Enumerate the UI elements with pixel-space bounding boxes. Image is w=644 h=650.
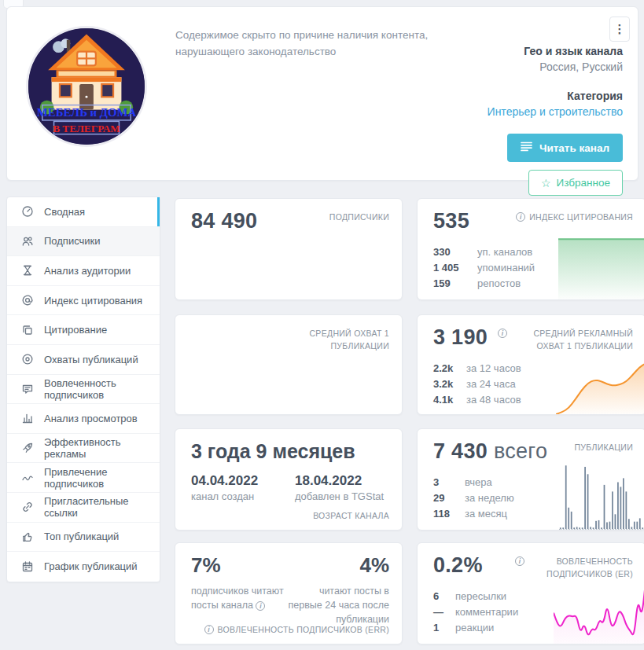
- feed-lines-icon: [521, 141, 532, 154]
- favorite-label: Избранное: [557, 177, 610, 189]
- er-stats: 6пересылки —комментарии 1реакции: [433, 589, 518, 636]
- card-err: 7% 4% подписчиков читают посты канала i …: [175, 542, 403, 644]
- sidebar-item-label: Привлечение подписчиков: [44, 466, 149, 490]
- sidebar-item-post-schedule[interactable]: График публикаций: [7, 552, 160, 582]
- avg-reach-card-label: СРЕДНИЙ ОХВАТ 1 ПУБЛИКАЦИИ: [287, 328, 389, 353]
- er-card-label: ВОВЛЕЧЕННОСТЬ ПОДПИСЧИКОВ (ER): [528, 556, 633, 581]
- sidebar-item-label: Подписчики: [44, 235, 101, 247]
- channel-header-card: МЕБЕЛЬ и ДОМА В ТЕЛЕГРАМ Содержимое скры…: [6, 6, 638, 181]
- favorite-button[interactable]: ☆ Избранное: [528, 170, 623, 196]
- channel-age-card-label: ВОЗРАСТ КАНАЛА: [313, 511, 389, 520]
- rocket-icon: [20, 442, 34, 455]
- copy-icon: [20, 323, 34, 336]
- sidebar-item-label: Вовлеченность подписчиков: [44, 377, 149, 401]
- category-label: Категория: [567, 88, 623, 104]
- sidebar-item-label: Охваты публикаций: [44, 354, 138, 365]
- err-card-label: ВОВЛЕЧЕННОСТЬ ПОДПИСЧИКОВ (ERR): [218, 625, 389, 634]
- citation-card-label: ИНДЕКС ЦИТИРОВАНИЯ: [529, 211, 633, 224]
- card-er: 0.2% i ВОВЛЕЧЕННОСТЬ ПОДПИСЧИКОВ (ER) 6п…: [417, 542, 644, 644]
- read-channel-button[interactable]: Читать канал: [507, 134, 623, 162]
- geo-label: Гео и язык канала: [524, 43, 623, 59]
- er-value: 0.2%: [433, 553, 483, 578]
- subscribers-value: 84 490: [191, 209, 257, 233]
- sidebar-item-citations[interactable]: Цитирование: [7, 315, 160, 345]
- read-channel-label: Читать канал: [539, 142, 609, 154]
- hourglass-icon: [20, 264, 34, 277]
- sidebar-item-invite-links[interactable]: Пригласительные ссылки: [7, 493, 160, 523]
- channel-added: 18.04.2022 добавлен в TGStat: [295, 472, 384, 502]
- sidebar-item-post-reach[interactable]: Охваты публикаций: [7, 345, 160, 375]
- avg-ad-reach-stats: 2.2kза 12 часов 3.2kза 24 часа 4.1kза 48…: [433, 361, 521, 408]
- card-subscribers: 84 490 ПОДПИСЧИКИ: [175, 198, 403, 300]
- card-channel-age: 3 года 9 месяцев 04.04.2022 канал создан…: [175, 428, 403, 531]
- publications-card-label: ПУБЛИКАЦИИ: [574, 442, 633, 454]
- channel-created: 04.04.2022 канал создан: [191, 472, 258, 502]
- err-24h-percent: 4%: [359, 553, 389, 578]
- sidebar-item-label: Анализ аудитории: [44, 265, 131, 277]
- users-icon: [20, 234, 34, 248]
- star-icon: ☆: [541, 178, 551, 189]
- sidebar-item-label: График публикаций: [44, 560, 138, 572]
- sidebar-item-summary[interactable]: Сводная: [7, 197, 160, 227]
- channel-age-value: 3 года 9 месяцев: [191, 440, 355, 463]
- thumbs-up-icon: [20, 530, 34, 543]
- sidebar-item-subscriber-engagement[interactable]: Вовлеченность подписчиков: [7, 375, 160, 405]
- sidebar-item-label: Пригласительные ссылки: [44, 495, 149, 519]
- gauge-icon: [20, 205, 34, 219]
- publications-stats: 3вчера 29за неделю 118за месяц: [433, 475, 514, 522]
- avg-ad-reach-value: 3 190: [433, 325, 488, 350]
- card-avg-post-reach: СРЕДНИЙ ОХВАТ 1 ПУБЛИКАЦИИ: [175, 314, 403, 415]
- calendar-icon: [20, 560, 34, 573]
- chat-icon: [20, 382, 34, 395]
- info-icon[interactable]: i: [204, 625, 214, 634]
- hidden-content-notice: Содержимое скрыто по причине наличия кон…: [175, 28, 474, 61]
- avatar-text-line1: МЕБЕЛЬ и ДОМА: [37, 106, 137, 119]
- geo-value: Россия, Русский: [539, 59, 623, 75]
- info-icon[interactable]: i: [516, 212, 525, 222]
- er-sparkline: [554, 579, 644, 644]
- channel-meta: Гео и язык канала Россия, Русский Катего…: [488, 43, 623, 196]
- link-icon: [20, 501, 34, 514]
- card-avg-ad-reach: 3 190 i СРЕДНИЙ РЕКЛАМНЫЙ ОХВАТ 1 ПУБЛИК…: [417, 314, 644, 415]
- sidebar-item-label: Цитирование: [44, 324, 107, 336]
- avatar-text-line2: В ТЕЛЕГРАМ: [53, 123, 120, 134]
- sidebar-item-subscribers[interactable]: Подписчики: [7, 227, 160, 257]
- bar-chart-icon: [20, 412, 34, 425]
- sidebar-item-ad-effectiveness[interactable]: Эффективность рекламы: [7, 434, 160, 464]
- sidebar-item-label: Топ публикаций: [44, 531, 119, 542]
- sidebar-item-top-posts[interactable]: Топ публикаций: [7, 523, 160, 553]
- target-icon: [20, 353, 34, 366]
- kebab-icon: ⋮: [614, 22, 626, 36]
- card-citation-index: 535 i ИНДЕКС ЦИТИРОВАНИЯ 330уп. каналов …: [417, 198, 644, 300]
- sidebar-item-views-analysis[interactable]: Анализ просмотров: [7, 404, 160, 434]
- trend-icon: [20, 471, 34, 484]
- publications-bar-chart: [559, 462, 644, 530]
- info-icon[interactable]: i: [498, 329, 507, 338]
- err-24h-caption: читают посты в первые 24 часа после публ…: [283, 584, 389, 626]
- publications-value: 7 430 всего: [433, 439, 547, 464]
- channel-avatar: МЕБЕЛЬ и ДОМА В ТЕЛЕГРАМ: [26, 26, 147, 147]
- err-percent: 7%: [191, 553, 221, 578]
- citation-sparkline: [558, 237, 644, 299]
- sidebar-nav: Сводная Подписчики Анализ аудитории Инде…: [6, 196, 160, 582]
- more-actions-button[interactable]: ⋮: [609, 17, 630, 42]
- card-publications: 7 430 всего ПУБЛИКАЦИИ 3вчера 29за недел…: [417, 428, 644, 531]
- err-caption: подписчиков читают посты канала i: [191, 584, 289, 612]
- subscribers-card-label: ПОДПИСЧИКИ: [329, 211, 389, 224]
- sidebar-item-label: Индекс цитирования: [44, 295, 142, 307]
- citation-stats: 330уп. каналов 1 405упоминаний 159репост…: [433, 244, 535, 292]
- sidebar-item-citation-index[interactable]: Индекс цитирования: [7, 286, 160, 316]
- category-link[interactable]: Интерьер и строительство: [488, 104, 623, 119]
- sidebar-item-label: Эффективность рекламы: [44, 436, 149, 460]
- info-icon[interactable]: i: [256, 601, 265, 611]
- sidebar-item-audience-analysis[interactable]: Анализ аудитории: [7, 256, 160, 286]
- sidebar-item-subscriber-acquisition[interactable]: Привлечение подписчиков: [7, 463, 160, 493]
- ad-reach-sparkline: [556, 362, 644, 414]
- info-icon[interactable]: i: [515, 556, 524, 566]
- citation-index-value: 535: [433, 209, 469, 233]
- avg-ad-reach-card-label: СРЕДНИЙ РЕКЛАМНЫЙ ОХВАТ 1 ПУБЛИКАЦИИ: [511, 328, 633, 353]
- sidebar-item-label: Сводная: [44, 206, 85, 218]
- sidebar-item-label: Анализ просмотров: [44, 413, 138, 424]
- at-sign-icon: [20, 294, 34, 307]
